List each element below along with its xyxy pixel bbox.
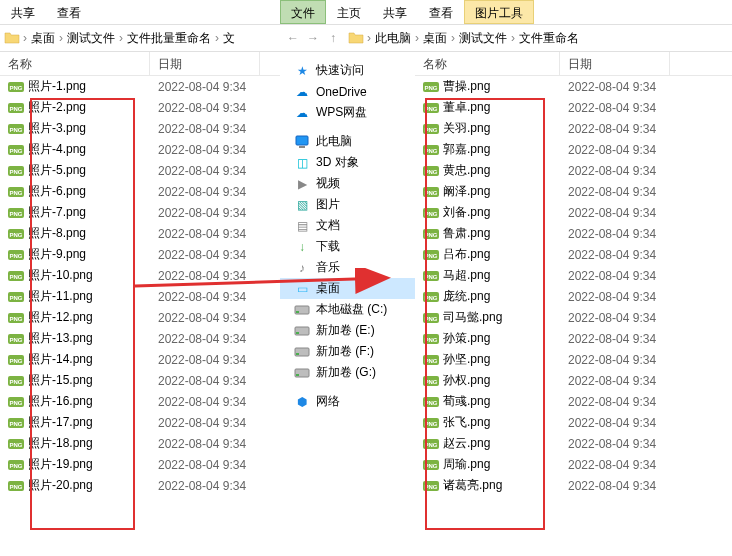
tab-1[interactable]: 主页 xyxy=(326,0,372,24)
file-row[interactable]: 照片-7.png 2022-08-04 9:34 xyxy=(0,202,280,223)
up-button[interactable]: ↑ xyxy=(324,29,342,47)
tab-view[interactable]: 查看 xyxy=(46,0,92,24)
forward-button[interactable]: → xyxy=(304,29,322,47)
sidebar-item-wps[interactable]: ☁ WPS网盘 xyxy=(280,102,415,123)
sidebar-item-downloads[interactable]: ↓ 下载 xyxy=(280,236,415,257)
file-row[interactable]: 马超.png 2022-08-04 9:34 xyxy=(415,265,732,286)
file-row[interactable]: 董卓.png 2022-08-04 9:34 xyxy=(415,97,732,118)
tab-2[interactable]: 共享 xyxy=(372,0,418,24)
file-row[interactable]: 诸葛亮.png 2022-08-04 9:34 xyxy=(415,475,732,496)
file-row[interactable]: 照片-13.png 2022-08-04 9:34 xyxy=(0,328,280,349)
file-row[interactable]: 孙权.png 2022-08-04 9:34 xyxy=(415,370,732,391)
breadcrumb-item[interactable]: 测试文件 xyxy=(64,30,118,47)
png-file-icon xyxy=(8,227,24,241)
column-header-name[interactable]: 名称 xyxy=(0,52,150,75)
downloads-icon: ↓ xyxy=(294,239,310,255)
sidebar-item-label: WPS网盘 xyxy=(316,104,367,121)
right-breadcrumb[interactable]: ← → ↑ › 此电脑 › 桌面 › 测试文件 › 文件重命名 xyxy=(280,24,732,52)
sidebar-item-disk[interactable]: 新加卷 (F:) xyxy=(280,341,415,362)
file-row[interactable]: 周瑜.png 2022-08-04 9:34 xyxy=(415,454,732,475)
file-row[interactable]: 曹操.png 2022-08-04 9:34 xyxy=(415,76,732,97)
sidebar-item-quick[interactable]: ★ 快速访问 xyxy=(280,60,415,81)
sidebar-item-video[interactable]: ▶ 视频 xyxy=(280,173,415,194)
wps-icon: ☁ xyxy=(294,105,310,121)
file-date: 2022-08-04 9:34 xyxy=(150,353,260,367)
file-row[interactable]: 照片-19.png 2022-08-04 9:34 xyxy=(0,454,280,475)
sidebar-item-desktop[interactable]: ▭ 桌面 xyxy=(280,278,415,299)
tab-0[interactable]: 文件 xyxy=(280,0,326,24)
sidebar-item-network[interactable]: ⬢ 网络 xyxy=(280,391,415,412)
left-file-list: 照片-1.png 2022-08-04 9:34 照片-2.png 2022-0… xyxy=(0,76,280,496)
file-row[interactable]: 赵云.png 2022-08-04 9:34 xyxy=(415,433,732,454)
file-row[interactable]: 黄忠.png 2022-08-04 9:34 xyxy=(415,160,732,181)
file-row[interactable]: 照片-12.png 2022-08-04 9:34 xyxy=(0,307,280,328)
file-row[interactable]: 司马懿.png 2022-08-04 9:34 xyxy=(415,307,732,328)
file-row[interactable]: 阚泽.png 2022-08-04 9:34 xyxy=(415,181,732,202)
tab-3[interactable]: 查看 xyxy=(418,0,464,24)
column-header-name[interactable]: 名称 xyxy=(415,52,560,75)
sidebar-item-label: 桌面 xyxy=(316,280,340,297)
tab-share[interactable]: 共享 xyxy=(0,0,46,24)
file-date: 2022-08-04 9:34 xyxy=(150,332,260,346)
file-row[interactable]: 孙策.png 2022-08-04 9:34 xyxy=(415,328,732,349)
breadcrumb-item[interactable]: 文件批量重命名 xyxy=(124,30,214,47)
file-name: 马超.png xyxy=(443,267,490,284)
sidebar-item-documents[interactable]: ▤ 文档 xyxy=(280,215,415,236)
file-row[interactable]: 郭嘉.png 2022-08-04 9:34 xyxy=(415,139,732,160)
file-date: 2022-08-04 9:34 xyxy=(560,374,670,388)
file-row[interactable]: 孙坚.png 2022-08-04 9:34 xyxy=(415,349,732,370)
column-header-date[interactable]: 日期 xyxy=(560,52,670,75)
breadcrumb-item[interactable]: 桌面 xyxy=(420,30,450,47)
file-row[interactable]: 照片-16.png 2022-08-04 9:34 xyxy=(0,391,280,412)
sidebar-item-music[interactable]: ♪ 音乐 xyxy=(280,257,415,278)
file-row[interactable]: 照片-20.png 2022-08-04 9:34 xyxy=(0,475,280,496)
file-name: 诸葛亮.png xyxy=(443,477,502,494)
sidebar-item-disk[interactable]: 新加卷 (G:) xyxy=(280,362,415,383)
file-date: 2022-08-04 9:34 xyxy=(560,206,670,220)
tab-4[interactable]: 图片工具 xyxy=(464,0,534,24)
sidebar-item-onedrive[interactable]: ☁ OneDrive xyxy=(280,81,415,102)
back-button[interactable]: ← xyxy=(284,29,302,47)
left-breadcrumb[interactable]: › 桌面 › 测试文件 › 文件批量重命名 › 文 xyxy=(0,24,280,52)
breadcrumb-item[interactable]: 测试文件 xyxy=(456,30,510,47)
file-row[interactable]: 刘备.png 2022-08-04 9:34 xyxy=(415,202,732,223)
file-row[interactable]: 鲁肃.png 2022-08-04 9:34 xyxy=(415,223,732,244)
file-date: 2022-08-04 9:34 xyxy=(560,311,670,325)
file-row[interactable]: 庞统.png 2022-08-04 9:34 xyxy=(415,286,732,307)
file-row[interactable]: 照片-3.png 2022-08-04 9:34 xyxy=(0,118,280,139)
file-row[interactable]: 关羽.png 2022-08-04 9:34 xyxy=(415,118,732,139)
file-row[interactable]: 照片-15.png 2022-08-04 9:34 xyxy=(0,370,280,391)
file-row[interactable]: 照片-11.png 2022-08-04 9:34 xyxy=(0,286,280,307)
file-row[interactable]: 照片-2.png 2022-08-04 9:34 xyxy=(0,97,280,118)
file-row[interactable]: 照片-14.png 2022-08-04 9:34 xyxy=(0,349,280,370)
sidebar-item-pictures[interactable]: ▧ 图片 xyxy=(280,194,415,215)
file-row[interactable]: 照片-9.png 2022-08-04 9:34 xyxy=(0,244,280,265)
file-row[interactable]: 吕布.png 2022-08-04 9:34 xyxy=(415,244,732,265)
sidebar-item-3d[interactable]: ◫ 3D 对象 xyxy=(280,152,415,173)
breadcrumb-item[interactable]: 桌面 xyxy=(28,30,58,47)
file-row[interactable]: 张飞.png 2022-08-04 9:34 xyxy=(415,412,732,433)
onedrive-icon: ☁ xyxy=(294,84,310,100)
file-row[interactable]: 照片-18.png 2022-08-04 9:34 xyxy=(0,433,280,454)
png-file-icon xyxy=(423,458,439,472)
file-row[interactable]: 照片-5.png 2022-08-04 9:34 xyxy=(0,160,280,181)
file-row[interactable]: 照片-8.png 2022-08-04 9:34 xyxy=(0,223,280,244)
file-row[interactable]: 荀彧.png 2022-08-04 9:34 xyxy=(415,391,732,412)
sidebar-item-disk[interactable]: 新加卷 (E:) xyxy=(280,320,415,341)
png-file-icon xyxy=(8,143,24,157)
breadcrumb-item[interactable]: 此电脑 xyxy=(372,30,414,47)
column-header-date[interactable]: 日期 xyxy=(150,52,260,75)
png-file-icon xyxy=(423,437,439,451)
file-name: 周瑜.png xyxy=(443,456,490,473)
file-row[interactable]: 照片-6.png 2022-08-04 9:34 xyxy=(0,181,280,202)
file-date: 2022-08-04 9:34 xyxy=(560,458,670,472)
sidebar-item-disk[interactable]: 本地磁盘 (C:) xyxy=(280,299,415,320)
file-name: 刘备.png xyxy=(443,204,490,221)
breadcrumb-item[interactable]: 文件重命名 xyxy=(516,30,582,47)
file-row[interactable]: 照片-10.png 2022-08-04 9:34 xyxy=(0,265,280,286)
sidebar-item-pc[interactable]: 此电脑 xyxy=(280,131,415,152)
breadcrumb-item[interactable]: 文 xyxy=(220,30,238,47)
file-row[interactable]: 照片-17.png 2022-08-04 9:34 xyxy=(0,412,280,433)
file-row[interactable]: 照片-4.png 2022-08-04 9:34 xyxy=(0,139,280,160)
file-row[interactable]: 照片-1.png 2022-08-04 9:34 xyxy=(0,76,280,97)
